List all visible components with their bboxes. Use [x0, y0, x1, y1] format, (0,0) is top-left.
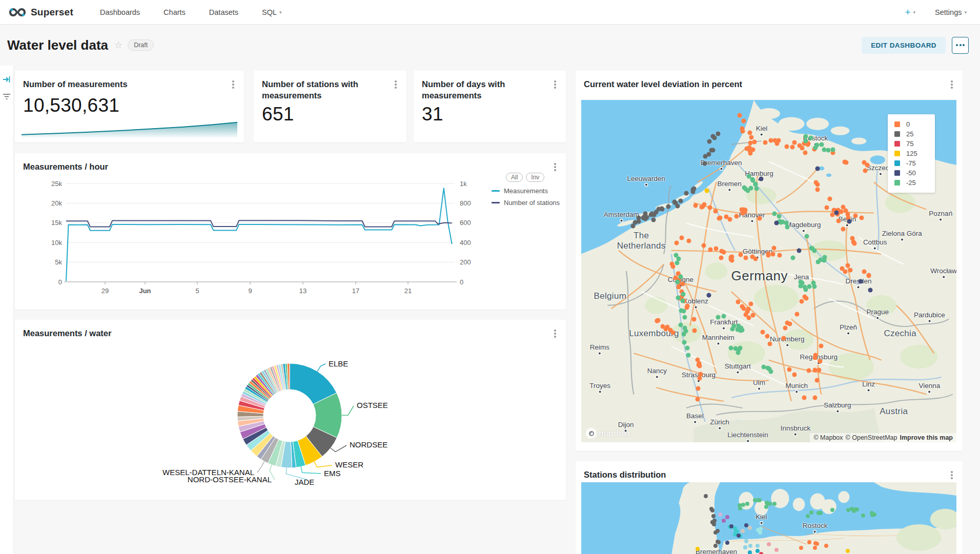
station-dot — [766, 253, 771, 257]
legend-item-measurements[interactable]: Measurements — [492, 187, 579, 195]
station-dot — [748, 550, 752, 554]
station-dot — [794, 312, 799, 317]
station-dot — [813, 541, 818, 545]
legend-swatch-icon — [894, 141, 900, 147]
station-dot — [757, 216, 762, 220]
kebab-menu-icon[interactable] — [552, 327, 559, 340]
measurements-water-panel: Measurements / water ELBEOSTSEENORDSEEWE… — [15, 320, 566, 500]
legend-row-125[interactable]: 125 — [894, 149, 935, 158]
kebab-menu-icon[interactable] — [392, 78, 399, 91]
legend-row--75[interactable]: -75 — [894, 158, 935, 168]
station-dot — [713, 209, 718, 214]
edit-dashboard-button[interactable]: EDIT DASHBOARD — [862, 37, 946, 54]
mapbox-attribution-link[interactable]: © Mapbox — [813, 434, 843, 441]
chart-title: Measurements / hour — [23, 161, 108, 172]
station-dot — [670, 264, 675, 269]
kpi-title: Number of measurements — [23, 78, 128, 90]
legend-label: 75 — [906, 140, 913, 148]
new-item-button[interactable]: +▾ — [905, 7, 915, 18]
station-dot — [807, 284, 811, 289]
station-dot — [630, 223, 635, 228]
kebab-menu-icon[interactable] — [230, 78, 237, 91]
station-dot — [759, 176, 764, 181]
legend-row-75[interactable]: 75 — [894, 139, 935, 149]
station-dot — [691, 188, 696, 192]
station-dot — [748, 130, 752, 135]
legend-row-0[interactable]: 0 — [894, 119, 935, 129]
series-line-measurements — [66, 188, 452, 281]
station-dot — [744, 146, 749, 151]
station-dot — [740, 127, 745, 131]
water-donut-chart: ELBEOSTSEENORDSEEWESEREMSJADENORD-OSTSEE… — [15, 320, 566, 500]
improve-map-link[interactable]: Improve this map — [900, 434, 953, 441]
station-dot — [836, 219, 841, 223]
donut-label-elbe: ELBE — [329, 359, 348, 368]
station-dot — [636, 219, 641, 224]
station-dot — [649, 213, 654, 217]
kebab-menu-icon[interactable] — [552, 161, 559, 173]
legend-row--25[interactable]: -25 — [894, 178, 935, 188]
station-dot — [656, 318, 660, 322]
nav-datasets[interactable]: Datasets — [209, 8, 238, 16]
station-dot — [862, 270, 866, 274]
station-dot — [861, 514, 865, 518]
station-dot — [698, 376, 702, 380]
station-dot — [741, 503, 745, 507]
station-dot — [666, 204, 671, 209]
svg-text:Jun: Jun — [139, 287, 151, 295]
station-dot — [738, 113, 742, 118]
legend-inv-button[interactable]: Inv — [526, 173, 544, 182]
deviation-map-canvas[interactable]: 02575125-75-50-25 mapbox © Mapbox © Open… — [581, 100, 956, 442]
nav-right: +▾ Settings▾ — [905, 7, 967, 18]
filter-bar-collapsed — [0, 66, 14, 554]
kebab-menu-icon[interactable] — [552, 78, 559, 91]
kebab-menu-icon[interactable] — [948, 469, 955, 481]
station-dot — [739, 328, 743, 333]
station-dot — [767, 542, 771, 546]
station-dot — [725, 515, 729, 519]
nav-sql[interactable]: SQL▾ — [262, 8, 282, 16]
station-dot — [711, 514, 716, 518]
station-dot — [682, 340, 686, 345]
svg-text:15k: 15k — [51, 219, 62, 227]
station-dot — [736, 299, 741, 304]
dashboard-more-menu-button[interactable] — [952, 37, 969, 54]
favorite-star-icon[interactable]: ☆ — [114, 39, 122, 51]
settings-menu[interactable]: Settings▾ — [935, 8, 967, 16]
legend-all-button[interactable]: All — [506, 173, 523, 182]
legend-item-stations[interactable]: Number of stations — [492, 199, 579, 207]
superset-logo[interactable]: Superset — [8, 7, 73, 18]
station-dot — [707, 152, 711, 157]
station-dot — [767, 342, 772, 346]
station-dot — [782, 336, 786, 340]
station-dot — [685, 346, 690, 351]
station-dot — [769, 370, 773, 374]
series-dash-icon — [492, 190, 500, 192]
chevron-down-icon: ▾ — [913, 10, 916, 15]
station-dot — [686, 353, 690, 358]
station-dot — [711, 134, 716, 139]
mapbox-logo[interactable]: mapbox — [586, 428, 631, 439]
station-dot — [778, 253, 782, 257]
station-dot — [660, 324, 665, 329]
nav-dashboards[interactable]: Dashboards — [100, 8, 140, 16]
filter-list-icon[interactable] — [2, 92, 11, 101]
stations-map-canvas[interactable]: KielRostockBremerhaven — [581, 482, 956, 554]
legend-label: 0 — [906, 120, 910, 128]
station-dot — [702, 161, 707, 166]
legend-row-25[interactable]: 25 — [894, 129, 935, 139]
station-dot — [819, 142, 824, 147]
legend-row--50[interactable]: -50 — [894, 168, 935, 178]
station-dot — [642, 214, 647, 219]
nav-charts[interactable]: Charts — [164, 8, 186, 16]
station-dot — [679, 275, 683, 279]
station-dot — [651, 217, 656, 222]
station-dot — [807, 540, 811, 544]
kebab-menu-icon[interactable] — [948, 78, 955, 91]
station-dot — [692, 329, 697, 333]
chart-title: Current water level deviation in percent — [584, 78, 742, 90]
station-dot — [705, 189, 709, 193]
osm-attribution-link[interactable]: © OpenStreetMap — [846, 434, 897, 441]
station-dot — [799, 299, 804, 304]
expand-filters-icon[interactable] — [2, 75, 11, 84]
